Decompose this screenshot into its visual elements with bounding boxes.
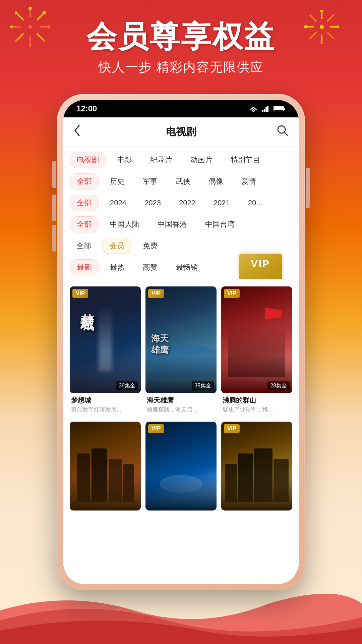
filter-tag-history[interactable]: 历史	[103, 174, 131, 189]
filter-tag-military[interactable]: 军事	[136, 174, 164, 189]
content-card-2[interactable]: VIP 35集全 海天雄鹰 海天雄鹰 雄鹰探路，海天启...	[145, 286, 217, 415]
svg-rect-35	[265, 107, 267, 112]
vip-banner-label: VIP	[251, 258, 270, 269]
card-title-1: 梦想城	[71, 396, 139, 405]
svg-point-26	[320, 10, 323, 12]
filter-tag-animation[interactable]: 动画片	[184, 152, 219, 168]
episode-count-1: 39集全	[116, 381, 138, 390]
card-info-1: 梦想城 聚焦数字经济发展...	[70, 393, 141, 415]
card-info-2: 海天雄鹰 雄鹰探路，海天启...	[145, 393, 217, 415]
card-thumb-1: VIP 39集全 梦想城	[70, 286, 141, 393]
filter-tag-2020[interactable]: 20...	[241, 196, 269, 210]
filter-tag-vip[interactable]: 会员	[103, 238, 131, 254]
vip-corner-banner[interactable]: VIP	[239, 254, 282, 279]
card-thumb-4	[70, 422, 141, 511]
phone-mockup: 12:00	[57, 94, 305, 590]
status-bar: 12:00	[63, 100, 299, 117]
svg-rect-39	[274, 107, 283, 110]
filter-tag-hk[interactable]: 中国香港	[151, 217, 194, 232]
filter-tag-movie[interactable]: 电影	[111, 152, 139, 168]
vip-badge-6: VIP	[224, 424, 240, 433]
filter-tag-all-year[interactable]: 全部	[70, 195, 99, 211]
content-grid: VIP 39集全 梦想城 梦想城 聚焦数字经济发展...	[63, 281, 299, 584]
phone-inner: 12:00	[63, 100, 299, 584]
vip-badge-3: VIP	[224, 289, 240, 298]
filter-section: 电视剧 电影 纪录片 动画片 特别节目 全部 历史 军事 武侠 偶像 爱情	[63, 147, 299, 281]
filter-tag-all-region[interactable]: 全部	[70, 216, 99, 232]
filter-tag-bestseller[interactable]: 最畅销	[169, 260, 204, 275]
hero-subtitle: 快人一步 精彩内容无限供应	[0, 59, 362, 76]
card-info-4	[70, 511, 141, 523]
card-thumb-2: VIP 35集全 海天雄鹰	[145, 286, 217, 393]
card-thumb-3: VIP 28集全	[221, 286, 292, 393]
filter-tag-2021[interactable]: 2021	[207, 196, 237, 210]
svg-rect-34	[264, 109, 265, 112]
app-content: 电视剧 电视剧 电影 纪录片 动画片	[63, 117, 299, 584]
content-card-5[interactable]: VIP	[145, 422, 217, 523]
content-card-4[interactable]	[70, 422, 141, 523]
filter-tag-mainland[interactable]: 中国大陆	[103, 217, 146, 232]
svg-point-15	[43, 11, 46, 14]
svg-line-41	[284, 132, 288, 136]
vip-badge-5: VIP	[148, 424, 164, 433]
card-thumb-6: VIP	[221, 422, 292, 511]
filter-row-category: 电视剧 电影 纪录片 动画片 特别节目	[63, 149, 299, 171]
filter-tag-newest[interactable]: 最新	[70, 259, 99, 275]
wifi-icon	[248, 105, 259, 112]
card-title-6	[223, 513, 291, 521]
filter-tag-free[interactable]: 免费	[136, 238, 164, 254]
signal-icon	[262, 105, 270, 112]
filter-tag-highest-rated[interactable]: 高赞	[136, 260, 164, 275]
card-info-6	[221, 511, 292, 523]
card-info-5	[145, 511, 217, 523]
filter-row-region: 全部 中国大陆 中国香港 中国台湾	[63, 214, 299, 235]
hero-title: 会员尊享权益	[0, 20, 362, 53]
content-card-1[interactable]: VIP 39集全 梦想城 梦想城 聚焦数字经济发展...	[70, 286, 141, 415]
card-info-3: 沸腾的群山 聚焦产业转型，携...	[221, 393, 292, 415]
content-row-2: VIP	[70, 422, 292, 523]
hero-section: 会员尊享权益 快人一步 精彩内容无限供应	[0, 20, 362, 76]
content-card-3[interactable]: VIP 28集全 沸腾的群山 聚焦产业转型，携...	[221, 286, 292, 415]
card-desc-1: 聚焦数字经济发展...	[71, 406, 139, 414]
filter-tag-hottest[interactable]: 最热	[103, 260, 131, 275]
filter-row-genre: 全部 历史 军事 武侠 偶像 爱情	[63, 171, 299, 192]
card-title-4	[71, 513, 139, 521]
vip-badge-2: VIP	[148, 289, 164, 298]
content-row-1: VIP 39集全 梦想城 梦想城 聚焦数字经济发展...	[70, 286, 292, 415]
card-title-5	[147, 513, 215, 521]
svg-point-13	[15, 11, 17, 14]
filter-tag-documentary[interactable]: 纪录片	[143, 152, 179, 168]
svg-point-9	[28, 7, 32, 10]
back-button[interactable]	[73, 124, 90, 140]
page-title: 电视剧	[166, 125, 196, 139]
episode-count-3: 28集全	[267, 381, 290, 390]
filter-tag-all-genre[interactable]: 全部	[70, 173, 99, 190]
filter-tag-tv-drama[interactable]: 电视剧	[70, 152, 106, 168]
card-title-3: 沸腾的群山	[223, 396, 291, 405]
card-desc-3: 聚焦产业转型，携...	[223, 406, 291, 414]
card-overlay-title-2: 海天雄鹰	[151, 333, 169, 356]
filter-tag-2024[interactable]: 2024	[103, 196, 133, 210]
card-desc-2: 雄鹰探路，海天启...	[147, 406, 215, 414]
filter-tag-2022[interactable]: 2022	[172, 196, 202, 210]
filter-tag-romance[interactable]: 爱情	[235, 174, 263, 189]
filter-tag-all-vip[interactable]: 全部	[70, 238, 98, 254]
card-title-2: 海天雄鹰	[147, 396, 215, 405]
battery-icon	[274, 105, 286, 112]
content-card-6[interactable]: VIP	[221, 422, 292, 523]
filter-row-year: 全部 2024 2023 2022 2021 20...	[63, 192, 299, 214]
filter-row-vip: 全部 会员 免费	[63, 235, 299, 257]
search-button[interactable]	[272, 124, 289, 140]
svg-rect-38	[284, 108, 285, 110]
filter-tag-martial-arts[interactable]: 武侠	[169, 174, 197, 189]
card-overlay-title-1: 梦想城	[78, 303, 97, 309]
phone-outer: 12:00	[57, 94, 305, 590]
filter-row-sort-container: VIP 最新 最热 高赞 最畅销	[63, 257, 299, 278]
filter-tag-special[interactable]: 特别节目	[224, 152, 267, 168]
status-time: 12:00	[76, 104, 97, 113]
filter-tag-2023[interactable]: 2023	[138, 196, 168, 210]
filter-tag-idol[interactable]: 偶像	[202, 174, 230, 189]
nav-bar: 电视剧	[63, 117, 299, 147]
svg-rect-36	[267, 106, 268, 112]
filter-tag-taiwan[interactable]: 中国台湾	[198, 217, 241, 232]
